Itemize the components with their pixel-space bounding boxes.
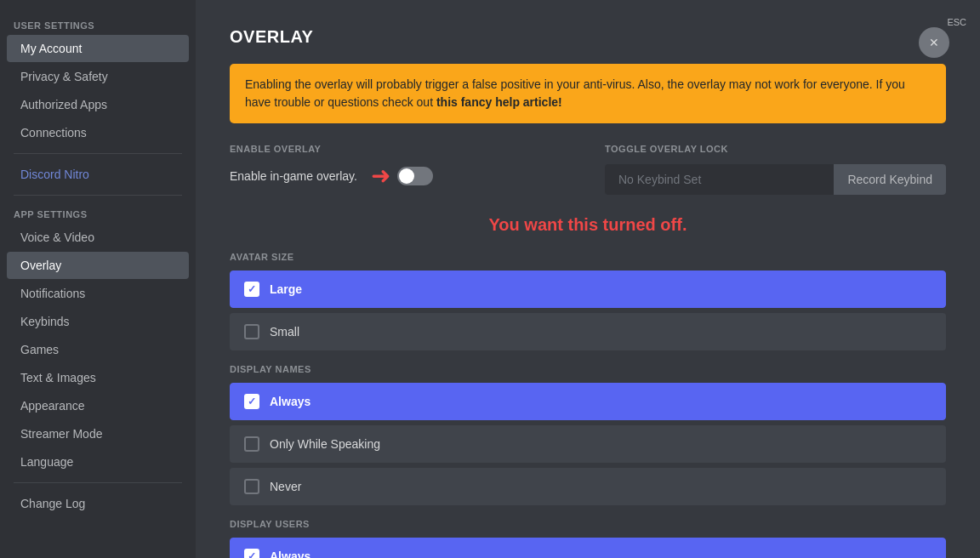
display-users-always-checkbox bbox=[244, 549, 259, 558]
display-names-always-label: Always bbox=[270, 395, 311, 408]
sidebar-item-connections[interactable]: Connections bbox=[7, 119, 189, 146]
settings-row: ENABLE OVERLAY Enable in-game overlay. ➜… bbox=[230, 144, 946, 195]
main-content: ✕ ESC OVERLAY Enabling the overlay will … bbox=[196, 0, 980, 558]
display-names-speaking-checkbox bbox=[244, 436, 259, 452]
sidebar-item-voice-video[interactable]: Voice & Video bbox=[7, 224, 189, 251]
sidebar-item-label: Authorized Apps bbox=[20, 98, 107, 111]
sidebar-item-privacy-safety[interactable]: Privacy & Safety bbox=[7, 63, 189, 90]
sidebar-item-my-account[interactable]: My Account bbox=[7, 35, 189, 62]
sidebar-divider-2 bbox=[14, 195, 182, 196]
warning-banner: Enabling the overlay will probably trigg… bbox=[230, 64, 946, 123]
avatar-small-label: Small bbox=[270, 325, 299, 339]
sidebar-item-label: Overlay bbox=[20, 259, 61, 272]
close-icon: ✕ bbox=[929, 37, 939, 48]
sidebar-item-label: Text & Images bbox=[20, 371, 96, 384]
display-users-always-option[interactable]: Always bbox=[230, 538, 946, 558]
sidebar-item-change-log[interactable]: Change Log bbox=[7, 490, 189, 517]
sidebar: USER SETTINGS My Account Privacy & Safet… bbox=[0, 0, 196, 558]
sidebar-item-label: My Account bbox=[20, 42, 82, 55]
toggle-lock-col: TOGGLE OVERLAY LOCK No Keybind Set Recor… bbox=[605, 144, 946, 195]
sidebar-item-discord-nitro[interactable]: Discord Nitro bbox=[7, 161, 189, 188]
arrow-annotation: ➜ bbox=[371, 164, 433, 188]
sidebar-divider-3 bbox=[14, 482, 182, 483]
warning-link[interactable]: this fancy help article! bbox=[436, 95, 562, 109]
annotation-text: You want this turned off. bbox=[230, 215, 946, 235]
warning-text: Enabling the overlay will probably trigg… bbox=[245, 77, 905, 109]
toggle-lock-label: TOGGLE OVERLAY LOCK bbox=[605, 144, 946, 154]
sidebar-item-authorized-apps[interactable]: Authorized Apps bbox=[7, 91, 189, 118]
display-names-speaking-label: Only While Speaking bbox=[270, 437, 380, 451]
display-names-never-label: Never bbox=[270, 480, 301, 493]
close-button[interactable]: ✕ bbox=[919, 27, 949, 58]
sidebar-item-label: Change Log bbox=[20, 497, 85, 510]
sidebar-item-notifications[interactable]: Notifications bbox=[7, 280, 189, 307]
sidebar-item-streamer-mode[interactable]: Streamer Mode bbox=[7, 420, 189, 447]
sidebar-item-overlay[interactable]: Overlay bbox=[7, 252, 189, 279]
sidebar-item-label: Voice & Video bbox=[20, 231, 94, 244]
sidebar-item-label: Keybinds bbox=[20, 315, 70, 328]
toggle-label: Enable in-game overlay. bbox=[230, 169, 357, 183]
display-names-always-checkbox bbox=[244, 394, 259, 409]
user-settings-label: USER SETTINGS bbox=[0, 14, 196, 34]
keybind-placeholder: No Keybind Set bbox=[605, 164, 834, 195]
sidebar-item-keybinds[interactable]: Keybinds bbox=[7, 308, 189, 335]
display-names-label: DISPLAY NAMES bbox=[230, 364, 946, 374]
sidebar-item-label: Privacy & Safety bbox=[20, 70, 108, 83]
avatar-size-label: AVATAR SIZE bbox=[230, 252, 946, 262]
sidebar-item-label: Games bbox=[20, 343, 59, 356]
avatar-small-checkbox bbox=[244, 324, 259, 339]
display-names-never-option[interactable]: Never bbox=[230, 468, 946, 505]
sidebar-item-games[interactable]: Games bbox=[7, 336, 189, 363]
app-settings-label: APP SETTINGS bbox=[0, 202, 196, 223]
enable-row: Enable in-game overlay. ➜ bbox=[230, 164, 571, 188]
sidebar-item-label: Discord Nitro bbox=[20, 168, 89, 181]
display-names-speaking-option[interactable]: Only While Speaking bbox=[230, 425, 946, 463]
display-users-label: DISPLAY USERS bbox=[230, 519, 946, 529]
overlay-toggle[interactable] bbox=[397, 167, 433, 185]
avatar-large-checkbox bbox=[244, 282, 259, 297]
esc-label: ESC bbox=[947, 17, 966, 27]
sidebar-item-label: Language bbox=[20, 455, 73, 469]
page-title: OVERLAY bbox=[230, 27, 946, 47]
sidebar-item-label: Streamer Mode bbox=[20, 427, 102, 441]
sidebar-item-language[interactable]: Language bbox=[7, 448, 189, 475]
sidebar-item-label: Connections bbox=[20, 126, 87, 140]
esc-container: ✕ ESC bbox=[947, 14, 966, 27]
enable-overlay-col: ENABLE OVERLAY Enable in-game overlay. ➜ bbox=[230, 144, 571, 195]
display-names-always-option[interactable]: Always bbox=[230, 383, 946, 420]
display-users-always-label: Always bbox=[270, 549, 311, 558]
arrow-right-icon: ➜ bbox=[371, 164, 390, 188]
sidebar-item-label: Notifications bbox=[20, 287, 85, 300]
display-names-never-checkbox bbox=[244, 479, 259, 494]
sidebar-divider-1 bbox=[14, 153, 182, 154]
sidebar-item-text-images[interactable]: Text & Images bbox=[7, 364, 189, 391]
avatar-large-option[interactable]: Large bbox=[230, 270, 946, 308]
sidebar-item-label: Appearance bbox=[20, 399, 85, 413]
keybind-area: No Keybind Set Record Keybind bbox=[605, 164, 946, 195]
avatar-small-option[interactable]: Small bbox=[230, 313, 946, 350]
record-keybind-button[interactable]: Record Keybind bbox=[834, 164, 946, 195]
sidebar-item-appearance[interactable]: Appearance bbox=[7, 392, 189, 419]
toggle-knob bbox=[399, 168, 414, 184]
avatar-large-label: Large bbox=[270, 282, 302, 296]
enable-overlay-label: ENABLE OVERLAY bbox=[230, 144, 571, 154]
